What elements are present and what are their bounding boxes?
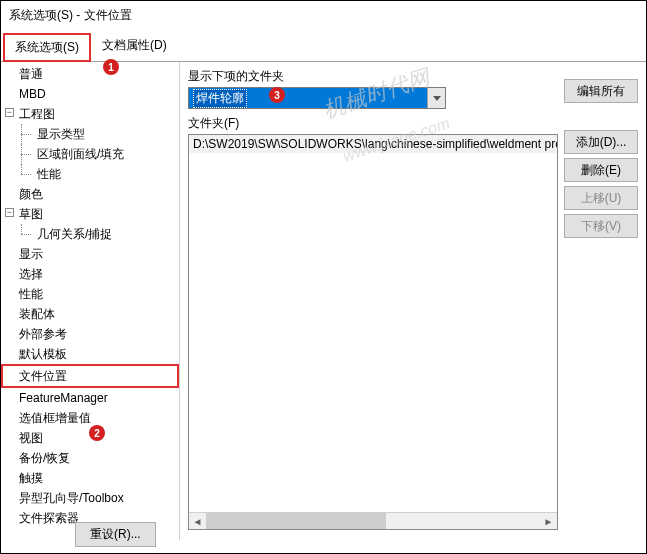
tabs-bar: 系统选项(S) 文档属性(D) bbox=[1, 32, 646, 62]
tree-item-5[interactable]: 性能 bbox=[1, 164, 179, 184]
file-path-row[interactable]: D:\SW2019\SW\SOLIDWORKS\lang\chinese-sim… bbox=[189, 135, 557, 153]
horizontal-scrollbar[interactable]: ◄ ► bbox=[189, 512, 557, 529]
badge-3: 3 bbox=[269, 87, 285, 103]
tab-system-options[interactable]: 系统选项(S) bbox=[3, 33, 91, 62]
file-list[interactable]: D:\SW2019\SW\SOLIDWORKS\lang\chinese-sim… bbox=[188, 134, 558, 530]
tree-item-12[interactable]: 装配体 bbox=[1, 304, 179, 324]
tree-item-10[interactable]: 选择 bbox=[1, 264, 179, 284]
folder-type-combo[interactable]: 焊件轮廓 bbox=[188, 87, 446, 109]
scroll-thumb[interactable] bbox=[206, 513, 386, 530]
category-tree[interactable]: 普通MBD工程图−显示类型区域剖面线/填充性能颜色草图−几何关系/捕捉显示选择性… bbox=[1, 62, 180, 540]
tree-item-8[interactable]: 几何关系/捕捉 bbox=[1, 224, 179, 244]
scroll-right-icon[interactable]: ► bbox=[540, 513, 557, 530]
tree-item-9[interactable]: 显示 bbox=[1, 244, 179, 264]
tree-item-20[interactable]: 触摸 bbox=[1, 468, 179, 488]
tree-expand-icon[interactable]: − bbox=[5, 208, 14, 217]
scroll-left-icon[interactable]: ◄ bbox=[189, 513, 206, 530]
tree-item-13[interactable]: 外部参考 bbox=[1, 324, 179, 344]
tree-item-16[interactable]: FeatureManager bbox=[1, 388, 179, 408]
chevron-down-icon[interactable] bbox=[427, 88, 445, 108]
move-up-button[interactable]: 上移(U) bbox=[564, 186, 638, 210]
delete-button[interactable]: 删除(E) bbox=[564, 158, 638, 182]
tree-item-0[interactable]: 普通 bbox=[1, 64, 179, 84]
window-title: 系统选项(S) - 文件位置 bbox=[1, 1, 646, 30]
add-button[interactable]: 添加(D)... bbox=[564, 130, 638, 154]
tree-item-21[interactable]: 异型孔向导/Toolbox bbox=[1, 488, 179, 508]
tree-item-7[interactable]: 草图− bbox=[1, 204, 179, 224]
badge-2: 2 bbox=[89, 425, 105, 441]
button-column: 编辑所有 添加(D)... 删除(E) 上移(U) 下移(V) bbox=[564, 68, 638, 548]
tab-doc-properties[interactable]: 文档属性(D) bbox=[91, 32, 178, 61]
tree-item-15[interactable]: 文件位置 bbox=[1, 364, 179, 388]
badge-1: 1 bbox=[103, 59, 119, 75]
tree-item-6[interactable]: 颜色 bbox=[1, 184, 179, 204]
folder-type-label: 显示下项的文件夹 bbox=[188, 68, 558, 85]
tree-item-11[interactable]: 性能 bbox=[1, 284, 179, 304]
reset-button[interactable]: 重设(R)... bbox=[75, 522, 156, 547]
tree-item-19[interactable]: 备份/恢复 bbox=[1, 448, 179, 468]
reset-area: 重设(R)... bbox=[75, 522, 156, 547]
edit-all-button[interactable]: 编辑所有 bbox=[564, 79, 638, 103]
files-label: 文件夹(F) bbox=[188, 115, 558, 132]
tree-expand-icon[interactable]: − bbox=[5, 108, 14, 117]
combo-selected-text: 焊件轮廓 bbox=[193, 89, 247, 108]
tree-item-3[interactable]: 显示类型 bbox=[1, 124, 179, 144]
tree-item-2[interactable]: 工程图− bbox=[1, 104, 179, 124]
tree-item-14[interactable]: 默认模板 bbox=[1, 344, 179, 364]
content-area: 普通MBD工程图−显示类型区域剖面线/填充性能颜色草图−几何关系/捕捉显示选择性… bbox=[1, 62, 646, 554]
right-panel: 显示下项的文件夹 焊件轮廓 3 文件夹(F) D:\SW2019\SW\SOLI… bbox=[180, 62, 646, 554]
move-down-button[interactable]: 下移(V) bbox=[564, 214, 638, 238]
tree-item-4[interactable]: 区域剖面线/填充 bbox=[1, 144, 179, 164]
tree-item-1[interactable]: MBD bbox=[1, 84, 179, 104]
tree-item-17[interactable]: 选值框增量值 bbox=[1, 408, 179, 428]
